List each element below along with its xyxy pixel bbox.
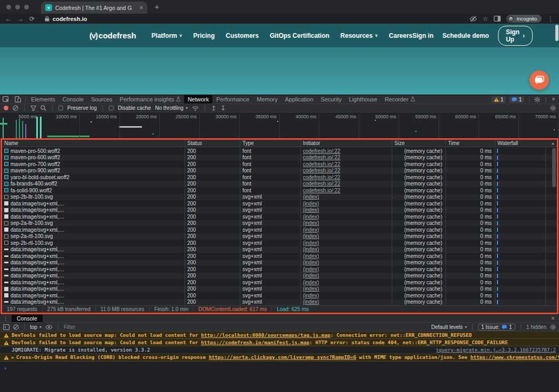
network-conditions-icon[interactable] xyxy=(192,106,199,111)
table-row[interactable]: fa-solid-900.woff2200fontcodefresh.io/:2… xyxy=(2,187,557,194)
console-message[interactable]: ▶Cross-Origin Read Blocking (CORB) block… xyxy=(0,354,559,362)
initiator-link[interactable]: (index) xyxy=(303,260,319,265)
column-header-status[interactable]: Status xyxy=(185,140,240,147)
tab-console[interactable]: Console xyxy=(59,95,87,104)
nav-item-platform[interactable]: Platform∨ xyxy=(151,32,182,39)
close-window-icon[interactable] xyxy=(6,5,11,9)
initiator-link[interactable]: codefresh.io/:22 xyxy=(303,174,340,180)
table-row[interactable]: maven-pro-900.woff2200fontcodefresh.io/:… xyxy=(2,168,557,174)
new-tab-button[interactable]: + xyxy=(155,2,159,11)
clear-console-icon[interactable] xyxy=(13,324,19,330)
browser-menu-icon[interactable]: ⋮ xyxy=(547,16,554,22)
initiator-link[interactable]: (index) xyxy=(303,240,319,246)
close-tab-icon[interactable]: × xyxy=(139,5,143,11)
log-levels-select[interactable]: Default levels ▾ xyxy=(431,324,467,330)
table-row[interactable]: maven-pro-700.woff2200fontcodefresh.io/:… xyxy=(2,161,557,168)
table-row[interactable]: sep-2a-rtl-100.svg200svg+xml(index)(memo… xyxy=(2,233,557,240)
network-overview-timeline[interactable]: 5000 ms10000 ms15000 ms20000 ms25000 ms3… xyxy=(0,114,559,138)
live-expression-eye-icon[interactable] xyxy=(45,325,53,329)
side-panel-icon[interactable] xyxy=(494,16,501,22)
message-link[interactable]: http://localhost:8000/sourcemaps/tag.js.… xyxy=(201,332,330,338)
tab-performance[interactable]: Performance xyxy=(212,95,253,104)
initiator-link[interactable]: (index) xyxy=(303,299,319,305)
tab-security[interactable]: Security xyxy=(317,95,345,104)
initiator-link[interactable]: (index) xyxy=(303,273,319,278)
column-header-size[interactable]: Size xyxy=(392,140,445,147)
page-scrollbar[interactable] xyxy=(555,25,558,41)
maximize-window-icon[interactable] xyxy=(24,5,29,9)
drawer-tab-console[interactable]: Console xyxy=(12,315,43,322)
table-row[interactable]: data:image/svg+xml,…200svg+xml(index)(me… xyxy=(2,213,557,220)
issues-counter[interactable]: 1 Issue: 1 xyxy=(478,324,515,331)
column-header-type[interactable]: Type xyxy=(240,140,300,147)
expand-triangle-icon[interactable]: ▶ xyxy=(12,355,14,360)
settings-gear-icon[interactable] xyxy=(534,97,540,102)
initiator-link[interactable]: codefresh.io/:22 xyxy=(303,188,340,193)
devtools-close-icon[interactable]: × xyxy=(552,96,555,102)
drawer-menu-icon[interactable]: ⋮ xyxy=(0,316,12,322)
initiator-link[interactable]: (index) xyxy=(303,286,319,292)
import-har-icon[interactable]: ↥ xyxy=(211,105,216,111)
table-row[interactable]: data:image/svg+xml,…200svg+xml(index)(me… xyxy=(2,260,557,266)
initiator-link[interactable]: (index) xyxy=(303,293,319,298)
drawer-close-icon[interactable]: × xyxy=(551,315,559,322)
initiator-link[interactable]: codefresh.io/:22 xyxy=(303,154,340,160)
codefresh-logo[interactable]: (v) codefresh xyxy=(89,31,136,40)
nav-item-gitops-certification[interactable]: GitOps Certification xyxy=(270,32,329,39)
console-message[interactable]: DevTools failed to load source map: Coul… xyxy=(0,339,559,346)
initiator-link[interactable]: (index) xyxy=(303,214,319,220)
table-row[interactable]: maven-pro-500.woff2200fontcodefresh.io/:… xyxy=(2,148,557,154)
console-sidebar-icon[interactable] xyxy=(3,324,9,330)
sign-in-link[interactable]: Sign in xyxy=(412,32,433,39)
table-row[interactable]: fa-brands-400.woff2200fontcodefresh.io/:… xyxy=(2,181,557,188)
tab-performance-insights[interactable]: Performance insights xyxy=(116,95,184,104)
initiator-link[interactable]: (index) xyxy=(303,266,319,272)
throttling-select[interactable]: No throttling ▾ xyxy=(155,105,188,111)
clear-icon[interactable] xyxy=(13,105,18,111)
chat-widget-button[interactable] xyxy=(530,70,549,90)
table-row[interactable]: data:image/svg+xml,…200svg+xml(index)(me… xyxy=(2,273,557,280)
tab-recorder[interactable]: Recorder xyxy=(381,95,418,104)
table-row[interactable]: sep-2b-ltr-100.svg200svg+xml(index)(memo… xyxy=(2,194,557,201)
context-select[interactable]: top ▾ xyxy=(30,324,42,330)
nav-item-careers[interactable]: Careers xyxy=(389,32,413,39)
inspect-element-icon[interactable] xyxy=(0,96,12,102)
initiator-link[interactable]: codefresh.io/:22 xyxy=(303,161,340,167)
tab-network[interactable]: Network xyxy=(184,95,212,104)
export-har-icon[interactable]: ↧ xyxy=(220,105,226,111)
table-row[interactable]: sep-2b-rtl-100.svg200svg+xml(index)(memo… xyxy=(2,240,557,246)
table-row[interactable]: yaro-bl-bold-subset.woff2200fontcodefres… xyxy=(2,174,557,181)
initiator-link[interactable]: codefresh.io/:22 xyxy=(303,168,340,173)
initiator-link[interactable]: (index) xyxy=(303,194,319,200)
message-link[interactable]: https://codefresh.io/manifest.js.map xyxy=(201,339,309,345)
column-header-time[interactable]: Time xyxy=(445,140,495,147)
table-row[interactable]: data:image/svg+xml,…200svg+xml(index)(me… xyxy=(2,207,557,214)
tab-memory[interactable]: Memory xyxy=(253,95,281,104)
tab-application[interactable]: Application xyxy=(281,95,317,104)
reload-icon[interactable]: ⟳ xyxy=(29,16,35,22)
message-link[interactable]: https://aorta.clickagy.com/liveramp_sync… xyxy=(209,354,356,360)
disable-cache-checkbox[interactable] xyxy=(109,106,114,110)
preserve-log-checkbox[interactable] xyxy=(58,106,63,110)
message-source-link[interactable]: jquery-migrate.min.j…=3.3.2.1667235707:2 xyxy=(435,346,556,353)
table-row[interactable]: data:image/svg+xml,…200svg+xml(index)(me… xyxy=(2,299,557,306)
initiator-link[interactable]: (index) xyxy=(303,207,319,213)
message-link[interactable]: https://www.chromestatus.com/feature/562… xyxy=(470,354,559,360)
table-row[interactable]: data:image/svg+xml,…200svg+xml(index)(me… xyxy=(2,266,557,273)
column-header-waterfall[interactable]: Waterfall▲ xyxy=(495,140,557,147)
table-row[interactable]: data:image/svg+xml,…200svg+xml(index)(me… xyxy=(2,226,557,233)
column-header-initiator[interactable]: Initiator xyxy=(300,140,392,147)
browser-tab[interactable]: v Codefresh | The #1 Argo and G × xyxy=(41,2,147,14)
nav-item-resources[interactable]: Resources∨ xyxy=(340,32,378,39)
nav-item-customers[interactable]: Customers xyxy=(226,32,259,39)
eye-off-icon[interactable] xyxy=(470,16,477,22)
initiator-link[interactable]: (index) xyxy=(303,253,319,259)
tab-sources[interactable]: Sources xyxy=(87,95,116,104)
console-prompt[interactable]: › xyxy=(0,362,559,373)
network-settings-gear-icon[interactable] xyxy=(550,104,556,113)
table-row[interactable]: data:image/svg+xml,…200svg+xml(index)(me… xyxy=(2,200,557,207)
search-icon[interactable] xyxy=(40,105,46,111)
window-controls[interactable] xyxy=(6,5,29,9)
sign-up-button[interactable]: Sign Up › xyxy=(498,26,533,46)
table-row[interactable]: data:image/svg+xml,…200svg+xml(index)(me… xyxy=(2,286,557,293)
